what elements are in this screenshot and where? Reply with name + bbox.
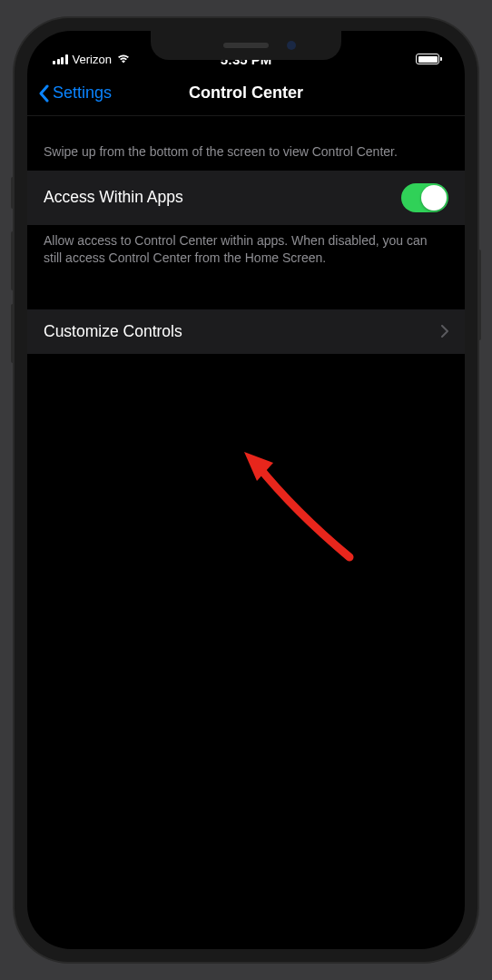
volume-up-button <box>11 231 15 290</box>
power-button <box>477 250 481 340</box>
cellular-signal-icon <box>53 54 68 64</box>
section-footer: Allow access to Control Center within ap… <box>27 225 465 277</box>
carrier-label: Verizon <box>73 53 112 66</box>
front-camera <box>287 41 296 50</box>
back-button[interactable]: Settings <box>38 83 112 103</box>
back-label: Settings <box>53 83 112 103</box>
status-left: Verizon <box>53 53 131 66</box>
access-within-apps-toggle[interactable] <box>401 183 448 212</box>
row-label: Customize Controls <box>44 322 182 341</box>
notch <box>151 31 341 60</box>
svg-marker-1 <box>244 452 273 481</box>
page-title: Control Center <box>189 83 303 103</box>
status-right <box>416 54 439 64</box>
speaker <box>223 43 269 48</box>
chevron-left-icon <box>38 84 49 103</box>
nav-bar: Settings Control Center <box>27 74 465 116</box>
toggle-knob <box>421 185 447 211</box>
section-header: Swipe up from the bottom of the screen t… <box>27 116 465 171</box>
customize-controls-row[interactable]: Customize Controls <box>27 309 465 354</box>
silent-switch <box>11 177 15 209</box>
chevron-right-icon <box>441 325 448 338</box>
row-label: Access Within Apps <box>44 188 183 207</box>
phone-frame: Verizon 5:35 PM Settings Control Center <box>15 18 477 962</box>
annotation-arrow <box>241 448 368 575</box>
access-within-apps-row[interactable]: Access Within Apps <box>27 171 465 225</box>
content: Swipe up from the bottom of the screen t… <box>27 116 465 354</box>
wifi-icon <box>116 54 131 64</box>
battery-icon <box>416 54 439 64</box>
volume-down-button <box>11 304 15 363</box>
screen: Verizon 5:35 PM Settings Control Center <box>27 31 465 949</box>
